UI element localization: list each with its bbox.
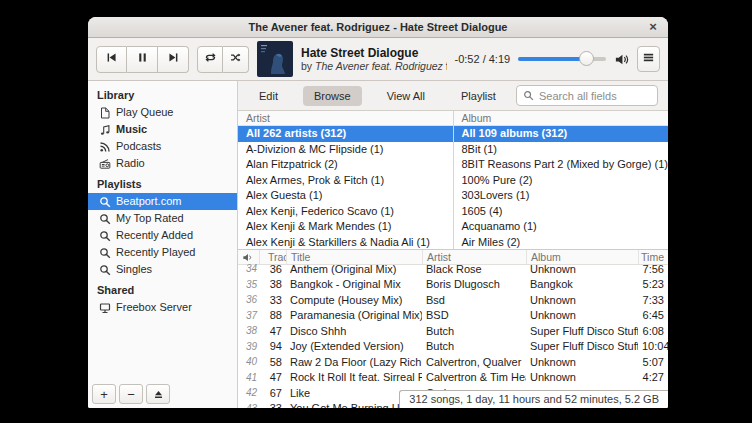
search-icon — [523, 90, 534, 101]
add-source-button[interactable]: + — [92, 384, 116, 404]
album-row[interactable]: 8BIT Reasons Part 2 (Mixed by Gorge) (1) — [454, 157, 669, 173]
album-row[interactable]: Acquanamo (1) — [454, 219, 669, 235]
row-index: 38 — [238, 325, 259, 336]
cell-album: Unknown — [526, 356, 638, 368]
album-row[interactable]: 8Bit (1) — [454, 142, 669, 158]
artist-row[interactable]: A-Divizion & MC Flipside (1) — [238, 142, 453, 158]
album-row[interactable]: All 109 albums (312) — [454, 126, 669, 142]
sidebar-item-singles[interactable]: Singles — [88, 261, 237, 278]
eject-icon — [153, 389, 164, 400]
remove-source-button[interactable]: − — [119, 384, 143, 404]
album-row[interactable]: 1605 (4) — [454, 204, 669, 220]
previous-icon — [105, 50, 118, 68]
track-row[interactable]: 37 88 Paramanesia (Original Mix) BSD Unk… — [238, 308, 668, 324]
server-icon — [99, 302, 111, 314]
album-art — [257, 41, 293, 77]
toolbar-button[interactable]: Playlist — [450, 86, 507, 106]
search-input[interactable] — [539, 90, 651, 102]
cell-track: 36 — [259, 263, 286, 275]
window-title: The Avener feat. Rodriguez - Hate Street… — [249, 21, 508, 33]
track-row[interactable]: 34 36 Anthem (Original Mix) Black Rose U… — [238, 261, 668, 277]
sidebar-item-freebox-server[interactable]: Freebox Server — [88, 299, 237, 316]
pause-button[interactable] — [127, 46, 158, 73]
track-row[interactable]: 40 58 Raw 2 Da Floor (Lazy Rich Re… Calv… — [238, 354, 668, 370]
artist-row[interactable]: All 262 artists (312) — [238, 126, 453, 142]
artist-row[interactable]: Alex Kenji & Mark Mendes (1) — [238, 219, 453, 235]
cell-time: 6:45 — [638, 309, 668, 321]
pause-icon — [136, 50, 149, 68]
album-row[interactable]: 100% Pure (2) — [454, 173, 669, 189]
album-pane: Album All 109 albums (312)8Bit (1)8BIT R… — [453, 111, 669, 249]
artist-row[interactable]: Alex Armes, Prok & Fitch (1) — [238, 173, 453, 189]
status-bar: 312 songs, 1 day, 11 hours and 52 minute… — [399, 390, 668, 408]
artist-row[interactable]: Alan Fitzpatrick (2) — [238, 157, 453, 173]
volume-icon[interactable] — [614, 52, 629, 67]
sidebar-item-recently-played[interactable]: Recently Played — [88, 244, 237, 261]
sidebar-item-beatport-com[interactable]: Beatport.com — [88, 193, 237, 210]
cell-artist: Calvertron & Tim Healey — [422, 371, 526, 383]
artist-column-header[interactable]: Artist — [238, 111, 453, 126]
artist-row[interactable]: Alex Guesta (1) — [238, 188, 453, 204]
track-row[interactable]: 35 38 Bangkok - Original Mix Boris Dlugo… — [238, 277, 668, 293]
search-icon — [99, 247, 111, 259]
album-row[interactable]: Air Miles (2) — [454, 235, 669, 250]
toolbar-button[interactable]: View All — [376, 86, 436, 106]
close-icon[interactable]: × — [645, 18, 661, 34]
repeat-button[interactable] — [197, 46, 223, 73]
sidebar-item-my-top-rated[interactable]: My Top Rated — [88, 210, 237, 227]
row-index: 34 — [238, 263, 259, 274]
artist-row[interactable]: Alex Kenji, Federico Scavo (1) — [238, 204, 453, 220]
menu-button[interactable] — [637, 46, 660, 72]
toolbar-button[interactable]: Browse — [303, 86, 362, 106]
cell-artist: Bsd — [422, 294, 526, 306]
cell-track: 58 — [259, 356, 286, 368]
sidebar-item-play-queue[interactable]: Play Queue — [88, 104, 237, 121]
sidebar-section-header: Library — [88, 83, 237, 104]
cell-artist: Boris Dlugosch — [422, 278, 526, 290]
track-row[interactable]: 36 33 Compute (Housey Mix) Bsd Unknown 7… — [238, 292, 668, 308]
radio-icon — [99, 158, 111, 170]
album-column-header[interactable]: Album — [454, 111, 669, 126]
player-bar: Hate Street Dialogue by The Avener feat.… — [88, 38, 668, 81]
search-box[interactable] — [516, 85, 658, 106]
search-icon — [99, 196, 111, 208]
previous-button[interactable] — [96, 46, 127, 73]
seek-slider[interactable] — [518, 52, 606, 66]
album-row[interactable]: 303Lovers (1) — [454, 188, 669, 204]
row-index: 40 — [238, 356, 259, 367]
eject-button[interactable] — [146, 384, 170, 404]
sidebar-item-label: My Top Rated — [116, 212, 184, 225]
sidebar-section-header: Shared — [88, 278, 237, 299]
artist-row[interactable]: Alex Kenji & Starkillers & Nadia Ali (1) — [238, 235, 453, 250]
sidebar-item-music[interactable]: Music — [88, 121, 237, 138]
sidebar-item-radio[interactable]: Radio — [88, 155, 237, 172]
track-row[interactable]: 38 47 Disco Shhh Butch Super Fluff Disco… — [238, 323, 668, 339]
cell-time: 4:27 — [638, 371, 668, 383]
sidebar-item-podcasts[interactable]: Podcasts — [88, 138, 237, 155]
sidebar-item-label: Recently Played — [116, 246, 196, 259]
row-index: 42 — [238, 387, 259, 398]
next-button[interactable] — [158, 46, 189, 73]
sidebar-item-label: Play Queue — [116, 106, 173, 119]
cell-title: Anthem (Original Mix) — [286, 263, 422, 275]
cell-time: 5:07 — [638, 356, 668, 368]
search-icon — [99, 230, 111, 242]
cell-time: 7:56 — [638, 263, 668, 275]
sidebar-item-label: Beatport.com — [116, 195, 181, 208]
titlebar[interactable]: The Avener feat. Rodriguez - Hate Street… — [88, 17, 668, 38]
cell-album: Unknown — [526, 309, 638, 321]
track-row[interactable]: 39 94 Joy (Extended Version) Butch Super… — [238, 339, 668, 355]
seek-fill — [518, 57, 587, 61]
row-index: 41 — [238, 372, 259, 383]
sidebar-item-recently-added[interactable]: Recently Added — [88, 227, 237, 244]
row-index: 39 — [238, 341, 259, 352]
seek-knob[interactable] — [579, 51, 594, 66]
cell-artist: Black Rose — [422, 263, 526, 275]
track-row[interactable]: 41 47 Rock It Roll It feat. Sirreal Pip…… — [238, 370, 668, 386]
toolbar-button[interactable]: Edit — [248, 86, 289, 106]
cell-album: Unknown — [526, 294, 638, 306]
sidebar-item-label: Radio — [116, 157, 145, 170]
now-playing-info: Hate Street Dialogue by The Avener feat.… — [301, 46, 447, 72]
artist-pane: Artist All 262 artists (312)A-Divizion &… — [238, 111, 453, 249]
shuffle-button[interactable] — [223, 46, 249, 73]
